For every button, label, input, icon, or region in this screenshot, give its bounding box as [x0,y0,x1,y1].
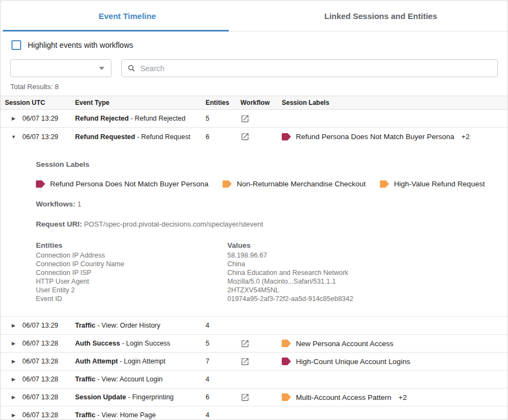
entity-value: Mozilla/5.0 (Macinto...Safari/531.1.1 [227,277,497,286]
entities-heading: Entities [36,241,227,251]
event-type: Auth Attempt [75,358,118,365]
entity-name: Connection IP Country Name [36,260,227,268]
filter-dropdown[interactable] [10,59,111,77]
table-header: Session UTC Event Type Entities Workflow… [1,96,507,110]
table-row[interactable]: ▶06/07 13:28 Auth Success - Login Succes… [1,335,507,353]
workflow-external-link-icon[interactable] [240,339,250,348]
event-type: Refund Rejected [75,115,129,122]
session-label-text: Non-Returnable Merchandise Checkout [237,180,365,188]
entities-count: 5 [206,115,240,122]
session-label-flag-icon [222,180,232,188]
event-type: Traffic [75,411,96,419]
event-type: Auth Success [75,340,120,347]
session-label-flag-icon [380,180,389,188]
entities-count: 5 [206,340,240,347]
event-type: Session Update [75,393,126,401]
values-heading: Values [227,241,497,251]
workflows-line: Workflows: 1 [36,200,497,208]
session-time: 06/07 13:29 [22,115,58,122]
col-session-labels: Session Labels [282,99,507,106]
session-label-flag-icon [282,340,291,347]
workflows-value: 1 [76,200,82,208]
workflows-label: Workflows: [36,200,76,208]
event-subtype: - Fingerprinting [126,393,174,401]
session-label-chip: Non-Returnable Merchandise Checkout [222,180,365,188]
event-type: Traffic [75,375,96,383]
collapse-arrow-icon[interactable]: ▼ [11,134,16,140]
event-subtype: - Refund Request [135,133,190,141]
col-session-utc: Session UTC [1,99,75,106]
chevron-down-icon [99,67,104,70]
highlight-row: Highlight events with workflows [11,40,507,50]
table-row[interactable]: ▶06/07 13:29 Traffic - View: Order Histo… [1,317,507,335]
table-row[interactable]: ▶06/07 13:28 Auth Attempt - Login Attemp… [1,353,507,371]
session-label-text: New Persona Account Access [296,340,393,348]
expand-arrow-icon[interactable]: ▶ [11,341,16,346]
table-row[interactable]: ▶06/07 13:28 Traffic - View: Account Log… [1,371,507,388]
event-subtype: - View: Order History [96,322,160,329]
tab-linked-sessions[interactable]: Linked Sessions and Entities [254,1,507,31]
entities-values-table: Entities Values Connection IP Address 58… [36,241,497,303]
table-row[interactable]: ▶06/07 13:29 Refund Rejected - Refund Re… [1,110,507,128]
entity-name: Connection IP Address [36,251,227,260]
session-label-text: Refund Persona Does Not Match Buyer Pers… [296,133,454,141]
session-time: 06/07 13:28 [22,411,58,419]
session-time: 06/07 13:28 [22,393,58,401]
entity-value: 01974a95-2af3-72f2-aa5d-914c85eb8342 [227,294,497,303]
expand-arrow-icon[interactable]: ▶ [11,323,16,328]
entity-name: Connection IP ISP [36,268,227,277]
session-labels-list: Refund Persona Does Not Match Buyer Pers… [36,180,497,188]
highlight-label: Highlight events with workflows [28,41,133,49]
expand-arrow-icon[interactable]: ▶ [11,394,16,400]
session-time: 06/07 13:28 [22,375,58,383]
entity-name: User Entity 2 [36,286,227,294]
entity-value: 2HTZXV54M5NL [227,286,497,294]
request-uri-value: POST/spec-prod.pivotal-decisions.com/spe… [82,220,263,228]
highlight-checkbox[interactable] [11,40,21,50]
request-uri-label: Request URI: [36,220,82,228]
event-type: Refund Requested [75,133,135,141]
search-box[interactable] [121,59,498,77]
expand-arrow-icon[interactable]: ▶ [11,412,16,418]
workflow-external-link-icon[interactable] [240,357,250,366]
event-subtype: - View: Home Page [96,411,156,419]
event-subtype: - View: Account Login [96,375,163,383]
event-detail-panel: Session Labels Refund Persona Does Not M… [1,146,507,317]
session-time: 06/07 13:29 [22,322,58,329]
tab-bar: Event Timeline Linked Sessions and Entit… [1,1,507,32]
entity-value: China [227,260,497,268]
session-time: 06/07 13:29 [22,133,58,141]
entities-count: 4 [206,411,240,419]
session-label-text: High-Value Refund Request [394,180,485,188]
entities-count: 6 [206,393,240,401]
more-labels-count[interactable]: +2 [399,393,407,402]
table-row[interactable]: ▶06/07 13:28 Session Update - Fingerprin… [1,388,507,406]
session-label-flag-icon [36,180,45,188]
session-label-flag-icon [282,393,291,401]
session-label-flag-icon [282,133,291,141]
session-labels-heading: Session Labels [36,160,497,168]
expand-arrow-icon[interactable]: ▶ [11,377,16,382]
expand-arrow-icon[interactable]: ▶ [11,116,16,121]
session-label-text: Refund Persona Does Not Match Buyer Pers… [50,180,208,188]
workflow-external-link-icon[interactable] [240,132,250,141]
expand-arrow-icon[interactable]: ▶ [11,359,16,364]
request-uri-line: Request URI: POST/spec-prod.pivotal-deci… [36,220,497,228]
session-label-chip: Refund Persona Does Not Match Buyer Pers… [36,180,208,188]
entities-count: 6 [206,133,240,141]
table-row[interactable]: ▼06/07 13:29 Refund Requested - Refund R… [1,128,507,146]
more-labels-count[interactable]: +2 [461,133,469,141]
session-time: 06/07 13:28 [22,340,58,347]
tab-event-timeline[interactable]: Event Timeline [1,1,254,31]
session-time: 06/07 13:28 [22,358,58,365]
event-subtype: - Login Attempt [118,358,166,365]
search-input[interactable] [140,64,492,73]
workflow-external-link-icon[interactable] [240,114,250,123]
entity-name: Event ID [36,294,227,303]
event-type: Traffic [75,322,96,329]
session-label-chip: High-Value Refund Request [380,180,485,188]
entities-count: 4 [206,375,240,383]
workflow-external-link-icon[interactable] [240,393,250,402]
filter-row [10,59,498,77]
table-row[interactable]: ▶06/07 13:28 Traffic - View: Home Page 4 [1,406,507,420]
